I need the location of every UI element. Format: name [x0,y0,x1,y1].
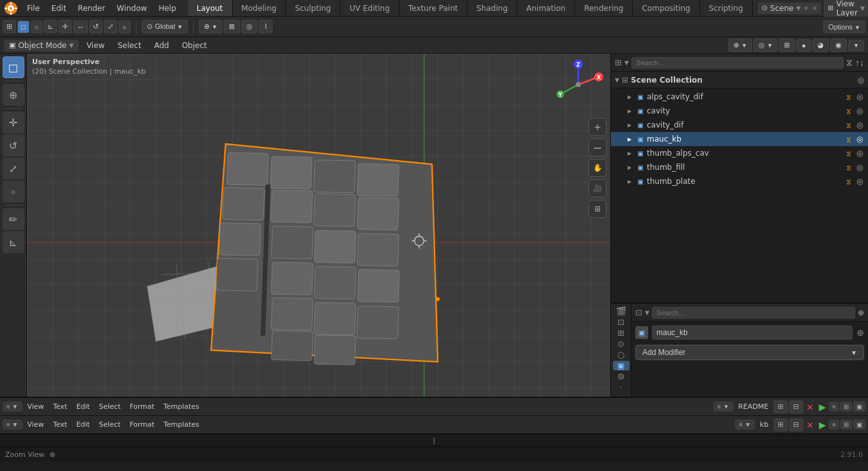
bp2-view-mode2[interactable]: ⊞ [840,420,852,429]
measure-tool[interactable]: ⊾ [3,231,24,253]
transform-btn[interactable]: ⟐ [119,21,131,33]
edit-menu[interactable]: Edit [46,3,71,14]
object-menu-btn[interactable]: Object [177,40,212,51]
visibility-icon[interactable]: ◎ [854,91,865,103]
viewport-gizmo[interactable]: Z X Y [553,59,604,110]
tab-scripting[interactable]: Scripting [700,0,753,16]
bp2-templates-btn[interactable]: Templates [160,419,203,430]
shading-solid-btn[interactable]: ● [796,39,811,52]
bp2-format-btn[interactable]: Format [126,419,158,430]
select-menu-btn[interactable]: Select [112,40,146,51]
prop-obj-name-input[interactable] [652,326,853,340]
transform-tool[interactable]: ⟐ [3,181,24,202]
properties-pin-btn[interactable]: ⊕ [858,308,864,317]
scene-selector[interactable]: ⊙ Scene ▼ + × [758,3,821,14]
visibility-icon[interactable]: ◎ [854,147,865,159]
bp1-edit-btn[interactable]: Edit [72,401,94,412]
prop-render-btn[interactable]: 🎬 [613,306,630,316]
bp1-new-btn[interactable]: ⊞ [774,401,788,413]
zoom-out-btn[interactable]: − [588,138,606,156]
expand-icon[interactable]: ▶ [625,177,634,186]
move-tool[interactable]: ✛ [3,112,24,133]
shading-wire-btn[interactable]: ⊞ [779,38,795,52]
cursor-tool[interactable]: ⊕ [3,84,24,106]
bp2-run-btn[interactable]: ▶ [817,420,828,430]
overlay-btn[interactable]: ◎ ▼ [753,38,778,52]
tab-layout[interactable]: Layout [188,0,233,16]
proportional-type-btn[interactable]: ⌇ [259,20,272,33]
bp2-select-btn[interactable]: Select [95,419,124,430]
outliner-sort-btn[interactable]: ↑↓ [855,58,864,68]
tab-uv-editing[interactable]: UV Editing [340,0,399,16]
scene-collection-root[interactable]: ▼ ⊞ Scene Collection ◎ [611,72,868,88]
outliner-item-thumb-alps-cav[interactable]: ▶ ▣ thumb_alps_cav ⧖ ◎ [611,146,868,160]
scene-new-icon[interactable]: + [803,4,809,12]
gizmo-btn[interactable]: ⊕ ▼ [728,38,752,52]
expand-icon[interactable]: ▶ [625,163,634,172]
bp1-templates-btn[interactable]: Templates [160,401,203,412]
bp2-text-btn[interactable]: Text [49,419,71,430]
view-layer-selector[interactable]: ⊞ View Layer ▼ + × [824,0,868,19]
expand-icon[interactable]: ▶ [625,135,634,144]
outliner-filter-btn[interactable]: ⧖ [846,57,853,68]
visibility-icon[interactable]: ◎ [854,105,865,117]
scene-close-icon[interactable]: × [812,4,817,12]
tab-compositing[interactable]: Compositing [633,0,699,16]
file-menu[interactable]: File [22,3,45,14]
select-box-tool[interactable]: □ [3,56,24,78]
view-menu-btn[interactable]: View [81,40,110,51]
object-mode-selector[interactable]: ▣ Object Mode ▼ [4,40,79,51]
bp1-view-btn[interactable]: View [24,401,48,412]
scale-tool[interactable]: ⤢ [3,158,24,179]
select-circle-btn[interactable]: ○ [31,21,43,33]
bp2-text-mode-btn[interactable]: ≡ ▼ [735,420,755,429]
bp2-editor-btn[interactable]: ≡ ▼ [3,420,22,429]
snap-btn[interactable]: ⊠ [224,20,240,33]
scale-btn[interactable]: ⤢ [104,20,117,33]
shading-mat-btn[interactable]: ◕ [812,38,829,52]
bp2-view-mode3[interactable]: ▣ [853,420,865,429]
pivot-btn[interactable]: ⊕ ▼ [199,20,222,33]
outliner-item-thumb-plate[interactable]: ▶ ▣ thumb_plate ⧖ ◎ [611,174,868,188]
rotate-btn[interactable]: ↺ [89,20,103,33]
tab-animation[interactable]: Animation [517,0,575,16]
prop-viewlayer-btn[interactable]: ⊞ [613,328,630,338]
render-view-btn[interactable]: ⊞ [588,200,606,218]
options-btn[interactable]: Options ▼ [823,21,865,33]
pan-btn[interactable]: ✋ [588,159,606,177]
bp2-new-btn[interactable]: ⊞ [774,418,788,431]
tab-modeling[interactable]: Modeling [233,0,287,16]
bp2-edit-btn[interactable]: Edit [72,419,94,430]
prop-particles-btn[interactable]: · [613,383,630,392]
help-menu[interactable]: Help [153,3,181,14]
expand-icon[interactable]: ▶ [625,149,634,158]
prop-modifier-btn[interactable]: ⚙ [613,372,630,381]
outliner-item-cavity[interactable]: ▶ ▣ cavity ⧖ ◎ [611,104,868,118]
visibility-icon[interactable]: ◎ [854,133,865,145]
proportional-btn[interactable]: ◎ [241,20,258,33]
prop-scene-btn[interactable]: ⊙ [613,339,630,349]
tab-shading[interactable]: Shading [467,0,517,16]
bp2-close-btn[interactable]: × [805,420,816,430]
visibility-icon[interactable]: ◎ [854,176,865,187]
visibility-icon[interactable]: ◎ [854,119,865,131]
add-menu-btn[interactable]: Add [149,40,174,51]
expand-icon[interactable]: ▶ [625,106,634,115]
bp2-view-mode1[interactable]: ≡ [829,420,839,429]
bp1-editor-btn[interactable]: ≡ ▼ [3,402,22,411]
move-btn[interactable]: ↔ [73,21,88,33]
bp2-open-btn[interactable]: ⊟ [789,418,803,431]
prop-pin-icon[interactable]: ⊕ [856,327,864,338]
tab-texture-paint[interactable]: Texture Paint [399,0,467,16]
bp1-run-btn[interactable]: ▶ [817,402,828,412]
bp2-view-btn[interactable]: View [24,419,48,430]
outliner-item-cavity-dif[interactable]: ▶ ▣ cavity_dif ⧖ ◎ [611,118,868,132]
bp1-text-btn[interactable]: Text [49,401,71,412]
bp1-view-mode1[interactable]: ≡ [829,402,839,411]
transform-space-btn[interactable]: ⊙ Global ▼ [142,20,188,33]
add-modifier-btn[interactable]: Add Modifier ▼ [635,345,864,360]
render-menu[interactable]: Render [72,3,110,14]
expand-icon[interactable]: ▶ [625,92,634,101]
window-menu[interactable]: Window [112,3,152,14]
select-lasso-btn[interactable]: ⊾ [44,20,57,33]
